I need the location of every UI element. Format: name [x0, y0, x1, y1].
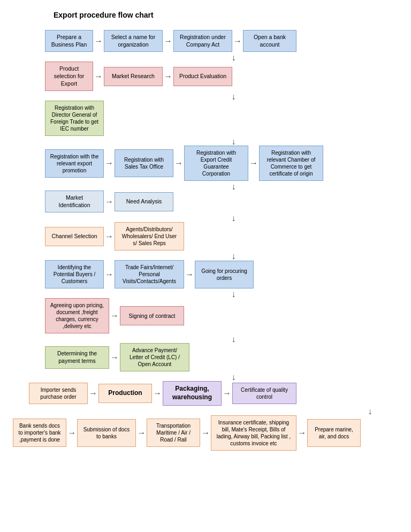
arrow-down-1: ↓ — [69, 54, 398, 62]
box-insurance: Insurance certificate, shipping bill, Ma… — [211, 415, 296, 451]
box-prepare-business-plan: Prepare a Business Plan — [45, 30, 93, 52]
arrow-left-2: ← — [137, 428, 146, 438]
row-1: Prepare a Business Plan → Select a name … — [45, 30, 398, 52]
box-buyers: Identifying the Potential Buyers / Custo… — [45, 260, 104, 288]
row-4: Registration with the relevant export pr… — [45, 146, 398, 181]
box-bank-sends: Bank sends docs to importer's bank ,paym… — [13, 419, 66, 447]
row-10: Importer sends purchase order → Producti… — [29, 381, 398, 405]
arrow-right-5: → — [164, 72, 172, 81]
box-channel-selection: Channel Selection — [45, 227, 104, 246]
box-registration-company-act: Registration under Company Act — [173, 30, 232, 52]
arrow-down-2: ↓ — [69, 93, 398, 101]
arrow-left-1: ← — [67, 428, 76, 438]
arrow-left-4: ← — [298, 428, 306, 438]
box-agents: Agents/Distributors/ Wholesalers/ End Us… — [115, 222, 184, 250]
arrow-down-5: ↓ — [69, 215, 398, 222]
arrow-right-15: → — [89, 389, 97, 398]
arrow-right-17: → — [223, 389, 231, 398]
page-title: Export procedure flow chart — [54, 11, 400, 19]
box-purchase-order: Importer sends purchase order — [29, 383, 88, 404]
box-submission-docs: Submission of docs to banks — [77, 419, 136, 447]
arrow-right-9: → — [105, 197, 113, 207]
arrow-right-4: → — [94, 72, 103, 81]
box-product-selection: Product selection for Export — [45, 62, 93, 91]
arrow-left-3: ← — [201, 428, 210, 438]
row-9: Determining the payment terms → Advance … — [45, 343, 398, 371]
arrow-right-14: → — [110, 353, 119, 362]
box-trade-fairs: Trade Fairs/Internet/ Personal Visits/Co… — [115, 260, 184, 288]
box-export-promotion: Registration with the relevant export pr… — [45, 149, 104, 178]
arrow-right-1: → — [94, 36, 103, 46]
box-production: Production — [98, 384, 152, 403]
box-open-bank: Open a bank account — [243, 30, 296, 52]
arrow-down-8: ↓ — [69, 336, 398, 343]
box-transportation: Transportation Maritime / Air / Road / R… — [147, 419, 200, 447]
flowchart: Prepare a Business Plan → Select a name … — [13, 30, 398, 451]
arrow-down-3: ↓ — [69, 138, 398, 146]
box-quality-control: Certificate of quality control — [232, 383, 296, 404]
row-11: Bank sends docs to importer's bank ,paym… — [13, 415, 398, 451]
box-prepare-marine: Prepare marine, air, and docs — [307, 419, 361, 447]
box-need-analysis: Need Analysis — [115, 192, 173, 211]
box-product-eval: Product Evaluation — [173, 67, 232, 86]
box-chamber: Registration with relevant Chamber of Co… — [259, 146, 323, 181]
row-5: Market Identification → Need Analysis — [45, 191, 398, 212]
row-7: Identifying the Potential Buyers / Custo… — [45, 260, 398, 288]
row-3: Registration with Director General of Fo… — [45, 101, 398, 136]
row-6: Channel Selection → Agents/Distributors/… — [45, 222, 398, 250]
box-agreeing: Agreeing upon pricing, document ,freight… — [45, 298, 109, 333]
arrow-right-12: → — [185, 270, 194, 279]
box-signing: Signing of contract — [120, 306, 184, 325]
arrow-down-9: ↓ — [69, 374, 398, 381]
box-sales-tax: Registration with Sales Tax Office — [115, 149, 173, 177]
row-2: Product selection for Export → Market Re… — [45, 62, 398, 91]
arrow-right-7: → — [174, 158, 183, 168]
arrow-down-10: ↓ — [342, 408, 398, 415]
box-advance-payment: Advance Payment/ Letter of Credit (LC) /… — [120, 343, 189, 371]
box-iec: Registration with Director General of Fo… — [45, 101, 104, 136]
arrow-right-11: → — [105, 270, 113, 279]
row-8: Agreeing upon pricing, document ,freight… — [45, 298, 398, 333]
box-market-identification: Market Identification — [45, 191, 104, 212]
arrow-right-16: → — [153, 389, 162, 398]
arrow-right-3: → — [233, 36, 242, 46]
arrow-right-13: → — [110, 311, 119, 321]
arrow-down-4: ↓ — [69, 183, 398, 191]
box-select-name: Select a name for organization — [104, 30, 163, 52]
box-procuring: Going for procuring orders — [195, 261, 254, 288]
arrow-right-10: → — [105, 232, 113, 241]
box-export-credit: Registration with Export Credit Guarante… — [184, 146, 248, 181]
arrow-down-6: ↓ — [69, 253, 398, 260]
box-payment-terms: Determining the payment terms — [45, 346, 109, 368]
arrow-down-7: ↓ — [69, 291, 398, 298]
box-packaging: Packaging, warehousing — [163, 381, 222, 405]
arrow-right-8: → — [249, 158, 258, 168]
arrow-right-2: → — [164, 36, 172, 46]
box-market-research: Market Research — [104, 67, 163, 86]
arrow-right-6: → — [105, 158, 113, 168]
